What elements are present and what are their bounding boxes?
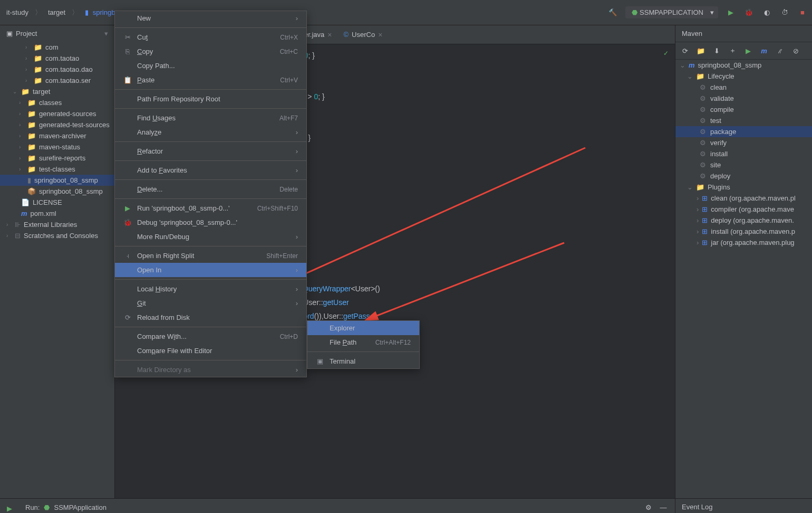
tree-item[interactable]: 📄LICENSE <box>0 197 114 208</box>
maven-goal[interactable]: ⚙ test <box>675 115 812 126</box>
maven-header: Maven <box>675 25 812 42</box>
run-config-selector[interactable]: ⬣ SSMPAPPLICATION <box>625 6 718 18</box>
submenu-item[interactable]: Explorer <box>307 321 419 335</box>
tree-item[interactable]: 📦springboot_08_ssmp <box>0 186 114 197</box>
skip-tests-icon[interactable]: ⊘ <box>790 45 801 56</box>
tree-item[interactable]: ›📁maven-archiver <box>0 130 114 141</box>
menu-item[interactable]: ⎘CopyCtrl+C <box>115 44 306 59</box>
maven-tree: ⌄ m springboot_08_ssmp⌄ 📁 Lifecycle⚙ cle… <box>675 60 812 498</box>
stop-icon[interactable]: ■ <box>797 7 808 18</box>
add-icon[interactable]: ＋ <box>727 45 738 56</box>
maven-plugins[interactable]: ⌄ 📁 Plugins <box>675 182 812 193</box>
tree-item[interactable]: ›📁generated-test-sources <box>0 119 114 130</box>
menu-item[interactable]: New› <box>115 11 306 25</box>
menu-item[interactable]: Find UsagesAlt+F7 <box>115 111 306 125</box>
menu-item[interactable]: Delete...Delete <box>115 182 306 196</box>
maven-title: Maven <box>682 30 702 37</box>
maven-plugin[interactable]: › ⊞ jar (org.apache.maven.plug <box>675 237 812 248</box>
maven-goal[interactable]: ⚙ package <box>675 126 812 137</box>
project-icon: ▣ <box>6 30 13 37</box>
menu-item[interactable]: Add to Favorites› <box>115 163 306 177</box>
maven-plugin[interactable]: › ⊞ compiler (org.apache.mave <box>675 204 812 215</box>
gear-icon[interactable]: ⚙ <box>643 502 654 512</box>
breadcrumb-item[interactable]: target <box>46 7 67 17</box>
project-header[interactable]: ▣ Project ▾ <box>0 25 114 42</box>
build-icon[interactable]: 🔨 <box>607 7 618 18</box>
tree-item[interactable]: ›📁com.taotao.dao <box>0 64 114 75</box>
menu-item[interactable]: Compare With...Ctrl+D <box>115 329 306 344</box>
menu-item[interactable]: ⫞Open in Right SplitShift+Enter <box>115 249 306 263</box>
close-icon[interactable]: × <box>378 31 382 39</box>
profiler-icon[interactable]: ⏱ <box>779 7 790 18</box>
run-icon[interactable]: ▶ <box>726 7 736 18</box>
breadcrumb-item[interactable]: it-study <box>4 7 31 17</box>
tree-item[interactable]: ⌄📁target <box>0 86 114 97</box>
maven-goal[interactable]: ⚙ validate <box>675 93 812 104</box>
breadcrumb-sep: 〉 <box>33 7 44 18</box>
toggle-offline-icon[interactable]: ⫽ <box>775 45 785 56</box>
menu-item[interactable]: Refactor› <box>115 144 306 158</box>
tree-item[interactable]: ›📁com <box>0 42 114 53</box>
maven-toolbar: ⟳ 📁 ⬇ ＋ ▶ m ⫽ ⊘ <box>675 42 812 60</box>
menu-item[interactable]: Compare File with Editor <box>115 344 306 358</box>
menu-item[interactable]: Git› <box>115 296 306 310</box>
editor-tab[interactable]: ©UserCo× <box>338 26 388 43</box>
rerun-icon[interactable]: ▶ <box>4 503 15 513</box>
coverage-icon[interactable]: ◐ <box>761 7 772 18</box>
menu-item[interactable]: ⟳Reload from Disk <box>115 310 306 325</box>
maven-plugin[interactable]: › ⊞ clean (org.apache.maven.pl <box>675 193 812 204</box>
reload-icon[interactable]: ⟳ <box>680 45 690 56</box>
tree-item[interactable]: ›📁test-classes <box>0 164 114 175</box>
event-log-panel: Event Log Download once Don't show again… <box>675 499 812 513</box>
maven-panel: Maven ⟳ 📁 ⬇ ＋ ▶ m ⫽ ⊘ ⌄ m springboot_08_… <box>675 25 812 498</box>
submenu-item[interactable]: File PathCtrl+Alt+F12 <box>307 335 419 349</box>
maven-goal[interactable]: ⚙ verify <box>675 137 812 148</box>
generate-sources-icon[interactable]: 📁 <box>695 45 706 56</box>
tree-item[interactable]: ›📁com.taotao <box>0 53 114 64</box>
context-menu[interactable]: New›✂CutCtrl+X⎘CopyCtrl+CCopy Path...📋Pa… <box>114 11 307 377</box>
maven-m-icon[interactable]: m <box>759 45 769 56</box>
maven-goal[interactable]: ⚙ compile <box>675 104 812 115</box>
menu-item[interactable]: Analyze› <box>115 125 306 139</box>
maven-lifecycle[interactable]: ⌄ 📁 Lifecycle <box>675 71 812 82</box>
inspection-check-icon[interactable]: ✓ <box>663 46 669 60</box>
close-icon[interactable]: × <box>327 31 332 39</box>
debug-icon[interactable]: 🐞 <box>743 7 754 18</box>
tree-item[interactable]: ›⊟Scratches and Consoles <box>0 230 114 241</box>
tree-item[interactable]: ›📁surefire-reports <box>0 153 114 164</box>
minimize-icon[interactable]: — <box>658 502 669 512</box>
menu-item[interactable]: 📋PasteCtrl+V <box>115 73 306 87</box>
tree-item[interactable]: ▮springboot_08_ssmp <box>0 175 114 186</box>
project-sidebar: ▣ Project ▾ ›📁com›📁com.taotao›📁com.taota… <box>0 25 115 498</box>
submenu-item[interactable]: ▣Terminal <box>307 354 419 368</box>
tree-item[interactable]: ›📁com.taotao.ser <box>0 75 114 86</box>
menu-item[interactable]: ▶Run 'springboot_08_ssmp-0...'Ctrl+Shift… <box>115 201 306 215</box>
tree-item[interactable]: mpom.xml <box>0 208 114 219</box>
menu-item[interactable]: Open In› <box>115 263 306 277</box>
menu-item[interactable]: Local History› <box>115 282 306 296</box>
maven-goal[interactable]: ⚙ deploy <box>675 170 812 182</box>
maven-goal[interactable]: ⚙ site <box>675 159 812 170</box>
chevron-down-icon[interactable]: ▾ <box>104 30 108 37</box>
download-icon[interactable]: ⬇ <box>711 45 722 56</box>
menu-item[interactable]: Path From Repository Root <box>115 92 306 106</box>
menu-item[interactable]: Mark Directory as› <box>115 363 306 377</box>
maven-goal[interactable]: ⚙ install <box>675 148 812 159</box>
run-config-name: SSMPApplication <box>54 504 106 511</box>
tree-item[interactable]: ›⊪External Libraries <box>0 219 114 230</box>
maven-root[interactable]: ⌄ m springboot_08_ssmp <box>675 60 812 71</box>
tree-item[interactable]: ›📁maven-status <box>0 141 114 153</box>
menu-item[interactable]: 🐞Debug 'springboot_08_ssmp-0...' <box>115 215 306 230</box>
run-maven-icon[interactable]: ▶ <box>743 45 753 56</box>
run-status-icon: ⬣ <box>44 504 50 511</box>
menu-item[interactable]: ✂CutCtrl+X <box>115 30 306 44</box>
top-actions: 🔨 ⬣ SSMPAPPLICATION ▶ 🐞 ◐ ⏱ ■ <box>607 6 808 18</box>
tree-item[interactable]: ›📁generated-sources <box>0 108 114 119</box>
menu-item[interactable]: More Run/Debug› <box>115 230 306 244</box>
menu-item[interactable]: Copy Path... <box>115 59 306 73</box>
maven-plugin[interactable]: › ⊞ install (org.apache.maven.p <box>675 226 812 237</box>
submenu[interactable]: ExplorerFile PathCtrl+Alt+F12▣Terminal <box>307 320 420 369</box>
tree-item[interactable]: ›📁classes <box>0 97 114 108</box>
maven-plugin[interactable]: › ⊞ deploy (org.apache.maven. <box>675 215 812 226</box>
maven-goal[interactable]: ⚙ clean <box>675 82 812 93</box>
